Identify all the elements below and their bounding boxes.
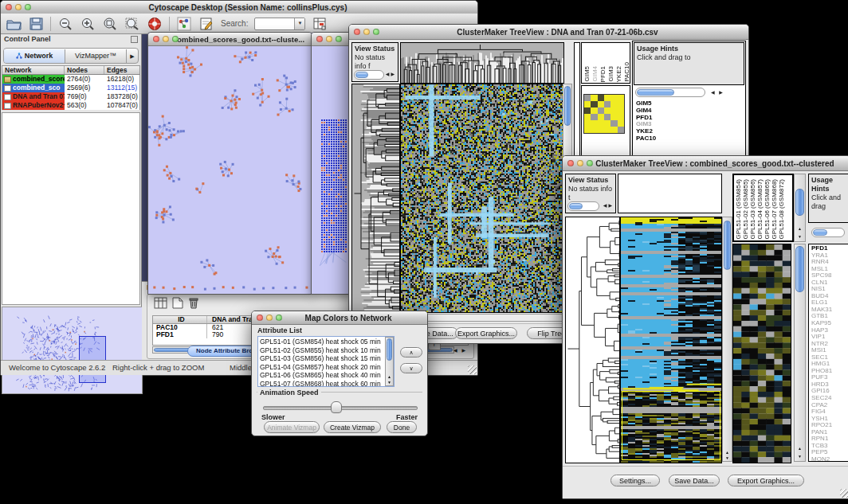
minimize-icon[interactable] [15,4,22,10]
help-lifering-icon[interactable] [147,16,163,32]
tv1-heatmap[interactable] [400,84,564,313]
column-label[interactable]: GPL51-08 (GSM872) [778,179,785,240]
tv2-zoom-heatmap[interactable] [732,244,791,463]
tv2-status-scrollbar[interactable] [567,201,599,211]
column-label[interactable]: GPL51-06 (GSM865) [764,179,771,240]
close-icon[interactable] [567,160,574,166]
tv2-genelist-scrollbar[interactable]: ▲ ▼ [794,244,806,462]
zoom-out-icon[interactable] [57,16,73,32]
tv1-column-dendrogram[interactable] [400,42,564,84]
move-down-button[interactable]: ∨ [400,363,422,373]
export-graphics-button[interactable]: Export Graphics... [455,327,517,339]
close-icon[interactable] [316,36,323,42]
tv2-row-dendrogram[interactable] [565,217,620,463]
network-table-row[interactable]: DNA and Tran 07769(0)183728(0) [2,92,139,101]
search-dropdown-icon[interactable]: ▼ [294,18,304,29]
zoom-window-icon[interactable] [276,315,282,321]
zoom-window-icon[interactable] [373,29,379,35]
attribute-table-icon[interactable] [312,16,328,32]
attribute-select-icon[interactable] [154,297,167,312]
dialog-titlebar[interactable]: Map Colors to Network [252,311,427,325]
id-column-header[interactable]: ID [153,316,207,323]
export-graphics-button[interactable]: Export Graphics... [728,475,804,486]
column-label[interactable]: GPL51-01 (GSM854) [735,179,742,240]
zoom-window-icon[interactable] [336,36,342,42]
save-icon[interactable] [28,16,44,32]
column-label[interactable]: PFD1 [599,66,607,82]
column-label[interactable]: GPL51-02 (GSM855) [742,179,749,240]
col-network[interactable]: Network [2,66,65,74]
grid-network-canvas[interactable] [312,46,350,293]
treeview2-titlebar[interactable]: ClusterMaker TreeView : combined_scores_… [563,156,848,171]
network-view-titlebar[interactable]: combined_scores_good.txt--cluste... [148,33,312,46]
tv1-status-scrollbar[interactable] [354,70,384,80]
column-label[interactable]: GPL51-07 (GSM868) [771,179,778,240]
resize-grip[interactable] [468,365,477,374]
column-label[interactable]: GPL51-03 (GSM856) [749,179,756,240]
network-tree-area[interactable] [2,112,140,305]
grid-view-titlebar[interactable] [312,33,351,46]
tv1-gene-list[interactable]: GIM5GIM4PFD1GIM3YKE2PAC10 [636,100,656,143]
attribute-list-item[interactable]: GPL51-02 (GSM855) heat shock 10 min [260,346,392,355]
save-data-button[interactable]: Save Data... [669,475,720,486]
zoom-window-icon[interactable] [172,36,179,42]
attribute-list-item[interactable]: GPL51-04 (GSM857) heat shock 20 min [260,363,392,372]
network-table-row[interactable]: combined_scores2764(0)16218(0) [2,75,139,84]
annotation-icon[interactable] [198,16,214,32]
attribute-listbox[interactable]: GPL51-01 (GSM854) heat shock 05 minGPL51… [257,336,395,387]
close-icon[interactable] [153,36,159,42]
minimize-icon[interactable] [266,315,273,321]
open-file-icon[interactable] [6,16,22,32]
zoom-in-icon[interactable] [80,16,96,32]
new-attribute-icon[interactable] [172,297,183,312]
tv2-gene-list[interactable]: PFD1YRA1RNR4MSL1SPC98CLN1NIS1BUD4ELG1MAK… [811,245,832,463]
tv2-collabel-scrollbar[interactable]: ▲ ▼ [794,174,806,242]
attribute-list-item[interactable]: GPL51-07 (GSM868) heat shock 60 min [260,380,392,388]
minimize-icon[interactable] [163,36,169,42]
tv2-heatmap[interactable] [620,217,722,463]
window-controls[interactable] [6,4,31,10]
attribute-list-item[interactable]: GPL51-03 (GSM856) heat shock 15 min [260,354,392,363]
speed-slider-thumb[interactable] [331,401,342,413]
network-table-row[interactable]: combined_sco2569(6)13112(15) [2,84,139,92]
float-panel-icon[interactable] [131,36,138,43]
network-table-row[interactable]: RNAPuberNov2+563(0)107847(0) [2,101,139,110]
zoom-window-icon[interactable] [25,4,31,10]
tv1-mini-heatmap[interactable] [583,94,625,134]
minimize-icon[interactable] [577,160,583,166]
tv1-hints-scrollbar[interactable] [635,88,705,97]
main-titlebar[interactable]: Cytoscape Desktop (Session Name: collins… [1,1,477,14]
col-nodes[interactable]: Nodes [65,66,104,74]
tv2-hints-scrollbar[interactable] [811,228,845,237]
scroll-arrows[interactable]: ◀ ▶ [711,89,724,95]
search-input[interactable]: ▼ [254,18,305,30]
zoom-window-icon[interactable] [587,160,593,166]
delete-attribute-icon[interactable] [188,297,199,312]
tv1-row-dendrogram[interactable] [351,84,400,313]
zoom-selected-icon[interactable] [102,16,118,32]
scroll-arrows[interactable]: ◀ ▶ [453,347,467,353]
tab-overflow-icon[interactable]: ▶ [126,49,138,63]
scroll-arrows[interactable]: ◀▶ [386,70,396,79]
gene-label[interactable]: MON2 [811,456,832,463]
zoom-fit-icon[interactable] [124,16,140,32]
gene-label[interactable]: PAC10 [636,135,656,143]
attribute-list-item[interactable]: GPL51-06 (GSM865) heat shock 40 min [260,371,392,380]
resize-grip[interactable] [840,489,848,498]
tv2-heatmap-vscrollbar[interactable]: ▲ ▼ [722,217,732,462]
attribute-list-item[interactable]: GPL51-01 (GSM854) heat shock 05 min [260,338,392,346]
column-label[interactable]: GIM5 [583,66,591,82]
birdseye-view[interactable] [2,307,143,394]
tab-network[interactable]: Network [4,49,65,63]
done-button[interactable]: Done [387,421,417,433]
node-chart-icon[interactable] [176,16,192,32]
settings-button[interactable]: Settings... [610,475,660,486]
attribute-list-scrollbar[interactable]: ▲ ▼ [385,337,394,386]
move-up-button[interactable]: ∧ [400,347,422,357]
close-icon[interactable] [257,315,263,321]
close-icon[interactable] [6,4,12,10]
network-canvas[interactable] [148,46,310,293]
tab-vizmapper[interactable]: VizMapper™ [65,49,126,63]
column-label[interactable]: GIM3 [607,66,614,82]
column-label[interactable]: GIM4 [591,66,599,82]
